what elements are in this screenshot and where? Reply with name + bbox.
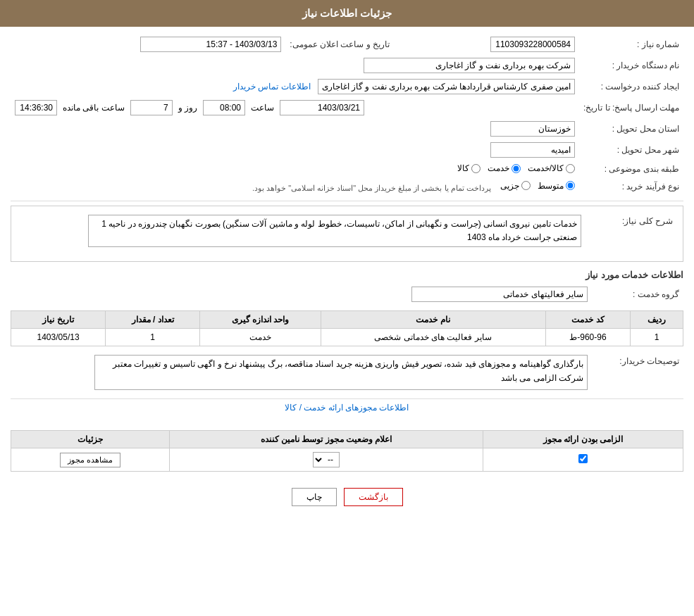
sharh-koli-label: شرح کلی نیاز: bbox=[585, 212, 677, 250]
ostan-value: خوزستان bbox=[11, 118, 579, 139]
bottom-buttons: بازگشت چاپ bbox=[11, 477, 683, 517]
radio-kala[interactable]: کالا bbox=[457, 163, 481, 173]
group-khedmat-value: سایر فعالیتهای خدماتی bbox=[11, 284, 592, 305]
ejad-konande-field: امین صفری کارشناس قراردادها شرکت بهره بر… bbox=[318, 79, 575, 94]
radio-motavaset-input[interactable] bbox=[566, 181, 575, 190]
radio-khedmat[interactable]: خدمت bbox=[488, 163, 521, 173]
main-content: شماره نیاز : 1103093228000584 تاریخ و سا… bbox=[0, 27, 694, 524]
rooz-field: 7 bbox=[130, 100, 173, 115]
tosiyat-table: توصیحات خریدار: بارگذاری گواهینامه و مجو… bbox=[11, 352, 683, 393]
cell-tedad: 1 bbox=[106, 329, 200, 346]
page-header: جزئیات اطلاعات نیاز bbox=[0, 0, 694, 27]
baghimande-label: ساعت باقی مانده bbox=[63, 103, 125, 113]
shomare-niaz-value: 1103093228000584 bbox=[408, 34, 579, 55]
radio-kala-khedmat-label: کالا/خدمت bbox=[528, 163, 564, 173]
shahr-field: امیدیه bbox=[490, 142, 575, 158]
tarikh-aelan-label: تاریخ و ساعت اعلان عمومی: bbox=[285, 34, 394, 55]
shahr-label: شهر محل تحویل : bbox=[579, 139, 683, 161]
shahr-value: امیدیه bbox=[11, 139, 579, 161]
noe-farayand-value: جزیی متوسط پرداخت تمام یا بخشی از مبلغ خ… bbox=[11, 178, 579, 196]
shomare-niaz-label: شماره نیاز : bbox=[579, 34, 683, 55]
col-tarikh: تاریخ نیاز bbox=[11, 311, 106, 329]
ettelaat-tamas-link[interactable]: اطلاعات تماس خریدار bbox=[233, 82, 311, 92]
radio-jozei-input[interactable] bbox=[521, 181, 531, 190]
sharh-table: شرح کلی نیاز: خدمات تامین نیروی انسانی (… bbox=[17, 212, 677, 250]
mohlat-label: مهلت ارسال پاسخ: تا تاریخ: bbox=[579, 97, 683, 118]
permits-col-elzami: الزامی بودن ارائه مجوز bbox=[483, 431, 683, 448]
view-permit-button[interactable]: مشاهده مجوز bbox=[60, 453, 120, 467]
nam-dastgah-label: نام دستگاه خریدار : bbox=[579, 55, 683, 76]
date-field: 1403/03/21 bbox=[280, 100, 364, 115]
cell-kod: 960-96-ط bbox=[545, 329, 631, 346]
farayand-radio-group: جزیی متوسط bbox=[500, 181, 575, 191]
ettelaat-khedmat-title: اطلاعات خدمات مورد نیاز bbox=[11, 266, 683, 284]
tabaghe-radio-group: کالا خدمت کالا/خدمت bbox=[457, 163, 575, 173]
radio-kala-khedmat[interactable]: کالا/خدمت bbox=[528, 163, 575, 173]
nam-dastgah-value: شرکت بهره برداری نفت و گاز اغاجاری bbox=[11, 55, 579, 76]
permits-cell-elzami bbox=[483, 448, 683, 472]
baghimande-field: 14:36:30 bbox=[15, 100, 57, 115]
tarikh-aelan-value: 1403/03/13 - 15:37 bbox=[11, 34, 285, 55]
permits-dropdown[interactable]: -- bbox=[313, 452, 340, 467]
farayand-text: پرداخت تمام یا بخشی از مبلغ خریداز محل "… bbox=[252, 183, 491, 191]
page-title: جزئیات اطلاعات نیاز bbox=[302, 7, 392, 19]
col-kod: کد خدمت bbox=[545, 311, 631, 329]
cell-vahed: خدمت bbox=[200, 329, 321, 346]
table-row: 1 960-96-ط سایر فعالیت های خدماتی شخصی خ… bbox=[11, 329, 683, 346]
group-khedmat-label: گروه خدمت : bbox=[592, 284, 683, 305]
group-khedmat-field: سایر فعالیتهای خدماتی bbox=[411, 287, 588, 302]
group-khedmat-table: گروه خدمت : سایر فعالیتهای خدماتی bbox=[11, 284, 683, 305]
saat-label: ساعت bbox=[251, 103, 274, 113]
rooz-label: روز و bbox=[178, 103, 197, 113]
radio-kala-khedmat-input[interactable] bbox=[566, 164, 575, 173]
sharh-koli-field: خدمات تامین نیروی انسانی (جراست و نگهبان… bbox=[88, 215, 581, 247]
permits-col-joziyat: جزئیات bbox=[11, 431, 170, 448]
radio-khedmat-input[interactable] bbox=[512, 164, 521, 173]
ostan-label: استان محل تحویل : bbox=[579, 118, 683, 139]
top-info-table: شماره نیاز : 1103093228000584 تاریخ و سا… bbox=[11, 34, 683, 195]
radio-jozei[interactable]: جزیی bbox=[500, 181, 531, 191]
sharh-koli-value: خدمات تامین نیروی انسانی (جراست و نگهبان… bbox=[17, 212, 585, 250]
col-vahed: واحد اندازه گیری bbox=[200, 311, 321, 329]
tosiyat-label: توصیحات خریدار: bbox=[592, 352, 683, 393]
cell-tarikh: 1403/05/13 bbox=[11, 329, 106, 346]
ejad-konande-label: ایجاد کننده درخواست : bbox=[579, 76, 683, 97]
radio-motavaset-label: متوسط bbox=[538, 181, 564, 191]
permits-row: -- مشاهده مجوز bbox=[11, 448, 683, 472]
radio-khedmat-label: خدمت bbox=[488, 163, 509, 173]
services-table-body: 1 960-96-ط سایر فعالیت های خدماتی شخصی خ… bbox=[11, 329, 683, 346]
tarikh-aelan-field: 1403/03/13 - 15:37 bbox=[140, 37, 281, 52]
radio-motavaset[interactable]: متوسط bbox=[538, 181, 575, 191]
back-button[interactable]: بازگشت bbox=[344, 488, 403, 506]
sharh-koli-section: شرح کلی نیاز: خدمات تامین نیروی انسانی (… bbox=[11, 206, 683, 262]
ostan-field: خوزستان bbox=[490, 121, 575, 137]
mohlat-value: 14:36:30 ساعت باقی مانده 7 روز و 08:00 س… bbox=[11, 97, 579, 118]
ejad-konande-value: امین صفری کارشناس قراردادها شرکت بهره بر… bbox=[11, 76, 579, 97]
radio-kala-input[interactable] bbox=[471, 164, 481, 173]
col-tedad: تعداد / مقدار bbox=[106, 311, 200, 329]
permits-table: الزامی بودن ارائه مجوز اعلام وضعیت مجوز … bbox=[11, 430, 683, 472]
permits-link[interactable]: اطلاعات مجوزهای ارائه خدمت / کالا bbox=[11, 403, 683, 413]
tabaghe-value: کالا خدمت کالا/خدمت bbox=[11, 161, 579, 178]
spacer bbox=[11, 416, 683, 430]
noe-farayand-label: نوع فرآیند خرید : bbox=[579, 178, 683, 196]
col-nam: نام خدمت bbox=[321, 311, 545, 329]
print-button[interactable]: چاپ bbox=[292, 488, 337, 506]
radio-jozei-label: جزیی bbox=[500, 181, 519, 191]
tosiyat-field: بارگذاری گواهینامه و مجوزهای فید شده، تص… bbox=[94, 355, 588, 390]
cell-nam: سایر فعالیت های خدماتی شخصی bbox=[321, 329, 545, 346]
divider-1 bbox=[11, 201, 683, 201]
tosiyat-value: بارگذاری گواهینامه و مجوزهای فید شده، تص… bbox=[11, 352, 592, 393]
shomare-niaz-field: 1103093228000584 bbox=[490, 37, 575, 52]
permits-table-head: الزامی بودن ارائه مجوز اعلام وضعیت مجوز … bbox=[11, 431, 683, 448]
permits-cell-aelan: -- bbox=[170, 448, 483, 472]
permits-cell-joziyat: مشاهده مجوز bbox=[11, 448, 170, 472]
divider-2 bbox=[11, 398, 683, 399]
saat-field: 08:00 bbox=[203, 100, 245, 115]
permits-col-aelan: اعلام وضعیت مجوز توسط نامین کننده bbox=[170, 431, 483, 448]
tabaghe-label: طبقه بندی موضوعی : bbox=[579, 161, 683, 178]
nam-dastgah-field: شرکت بهره برداری نفت و گاز اغاجاری bbox=[364, 58, 575, 73]
services-table: ردیف کد خدمت نام خدمت واحد اندازه گیری ت… bbox=[11, 310, 683, 346]
services-table-head: ردیف کد خدمت نام خدمت واحد اندازه گیری ت… bbox=[11, 311, 683, 329]
permits-checkbox[interactable] bbox=[578, 454, 588, 463]
